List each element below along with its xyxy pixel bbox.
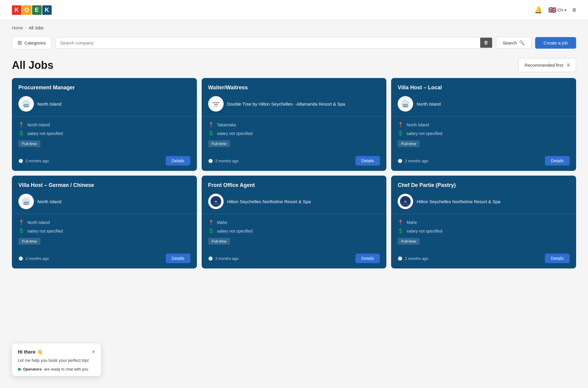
job-title: Chef De Partie (Pastry) — [398, 182, 570, 188]
location-icon: 📍 — [208, 122, 214, 128]
job-location: 📍 North Island — [398, 122, 570, 128]
details-button[interactable]: Details — [355, 156, 380, 166]
categories-label: Categories — [24, 40, 46, 45]
logo-k: K — [12, 5, 21, 15]
clear-search-button[interactable]: 🗑 — [480, 38, 492, 48]
job-title: Waiter/Waitress — [208, 85, 380, 91]
logo-e: E — [32, 5, 42, 15]
company-logo: H HILTON — [398, 194, 413, 209]
details-button[interactable]: Details — [166, 254, 190, 263]
job-location: 📍 Mahe — [208, 220, 380, 225]
header-right: 🔔 🇬🇧 EN ▾ ≡ — [534, 6, 576, 14]
hamburger-menu-icon[interactable]: ≡ — [572, 6, 576, 14]
svg-text:H: H — [404, 200, 407, 203]
job-title: Villa Host – German / Chinese — [18, 182, 190, 188]
salary-text: salary not specified — [217, 131, 253, 136]
job-title: Procurement Manager — [18, 85, 190, 91]
job-card-header: Procurement Manager north island North I… — [12, 78, 197, 117]
location-text: North Island — [27, 220, 50, 225]
page-title: All Jobs — [12, 59, 53, 71]
job-card: Villa Host – Local north island North Is… — [391, 78, 576, 171]
job-card-body: 📍 Mahe 💲 salary not specified Full-time — [391, 214, 576, 250]
job-company: DOUBLE TREE by Hilton Double Tree by Hil… — [208, 96, 380, 112]
job-card-header: Chef De Partie (Pastry) H HILTON Hilton … — [391, 176, 576, 214]
company-name: Double Tree by Hilton Seychelles - Allam… — [227, 101, 345, 106]
clock-icon: 🕐 — [398, 159, 402, 163]
location-icon: 📍 — [18, 122, 24, 128]
job-time: 🕐 2 months ago — [398, 159, 428, 163]
job-salary: 💲 salary not specified — [18, 228, 190, 234]
logo: K O E K — [12, 5, 52, 15]
search-company-input[interactable] — [56, 37, 480, 48]
job-card-body: 📍 North Island 💲 salary not specified Fu… — [391, 117, 576, 152]
logo-o: O — [22, 5, 31, 15]
job-tag: Full-time — [398, 237, 570, 245]
company-logo: north island — [18, 96, 34, 112]
job-location: 📍 North Island — [18, 122, 190, 128]
company-logo: H HILTON — [208, 194, 224, 209]
job-salary: 💲 salary not specified — [208, 228, 380, 234]
jobs-grid: Procurement Manager north island North I… — [0, 78, 588, 280]
job-card-header: Villa Host – Local north island North Is… — [391, 78, 576, 117]
job-tag: Full-time — [18, 237, 190, 245]
language-selector[interactable]: 🇬🇧 EN ▾ — [548, 6, 566, 14]
location-icon: 📍 — [398, 220, 404, 225]
job-time: 🕐 2 months ago — [18, 159, 49, 163]
details-button[interactable]: Details — [166, 156, 190, 166]
job-card-header: Villa Host – German / Chinese north isla… — [12, 176, 197, 214]
job-time: 🕐 2 months ago — [208, 256, 239, 261]
details-button[interactable]: Details — [545, 156, 570, 166]
clock-icon: 🕐 — [18, 159, 23, 163]
breadcrumb: Home › All Jobs — [0, 20, 588, 33]
svg-text:HILTON: HILTON — [402, 204, 409, 205]
job-time: 🕐 2 months ago — [208, 159, 239, 163]
job-salary: 💲 salary not specified — [18, 131, 190, 136]
create-job-button[interactable]: Create a job — [535, 37, 576, 49]
location-text: Mahe — [407, 220, 417, 225]
job-footer: 🕐 2 months ago Details — [12, 152, 197, 171]
salary-icon: 💲 — [398, 228, 404, 234]
details-button[interactable]: Details — [355, 254, 380, 263]
time-text: 2 months ago — [26, 256, 49, 261]
job-tag: Full-time — [208, 237, 380, 245]
location-icon: 📍 — [18, 220, 24, 225]
job-card-header: Waiter/Waitress DOUBLE TREE by Hilton Do… — [202, 78, 387, 117]
job-card: Waiter/Waitress DOUBLE TREE by Hilton Do… — [202, 78, 387, 171]
job-card-body: 📍 Mahe 💲 salary not specified Full-time — [202, 214, 387, 250]
breadcrumb-home[interactable]: Home — [12, 26, 23, 30]
svg-text:island: island — [23, 105, 29, 107]
details-button[interactable]: Details — [545, 254, 570, 263]
page-title-row: All Jobs Recommended first ≡ — [0, 55, 588, 78]
job-footer: 🕐 2 months ago Details — [12, 250, 197, 268]
salary-text: salary not specified — [217, 229, 253, 233]
svg-text:HILTON: HILTON — [213, 204, 219, 205]
job-company: H HILTON Hilton Seychelles Northolme Res… — [208, 194, 380, 209]
job-company: north island North Island — [398, 96, 570, 112]
company-name: North Island — [417, 101, 441, 106]
company-name: North Island — [37, 199, 61, 204]
svg-text:DOUBLE: DOUBLE — [212, 102, 219, 104]
sort-button[interactable]: Recommended first ≡ — [518, 58, 576, 72]
salary-text: salary not specified — [27, 229, 63, 233]
time-text: 2 months ago — [215, 159, 239, 163]
flag-icon: 🇬🇧 — [548, 6, 556, 14]
time-text: 2 months ago — [215, 256, 239, 261]
categories-button[interactable]: ⊞ Categories — [12, 36, 52, 49]
job-salary: 💲 salary not specified — [398, 131, 570, 136]
salary-text: salary not specified — [27, 131, 63, 136]
job-footer: 🕐 2 months ago Details — [202, 250, 387, 268]
logo-k2: K — [42, 5, 52, 15]
language-label: EN — [557, 8, 563, 12]
time-text: 2 months ago — [26, 159, 49, 163]
breadcrumb-separator: › — [25, 26, 26, 30]
location-icon: 📍 — [398, 122, 404, 128]
svg-text:TREE: TREE — [214, 104, 218, 106]
job-card-header: Front Office Agent H HILTON Hilton Seych… — [202, 176, 387, 214]
job-footer: 🕐 2 months ago Details — [391, 250, 576, 268]
search-button[interactable]: Search 🔍 — [496, 37, 532, 49]
company-logo: north island — [398, 96, 413, 112]
salary-icon: 💲 — [18, 131, 24, 136]
bell-icon[interactable]: 🔔 — [534, 6, 542, 14]
job-salary: 💲 salary not specified — [398, 228, 570, 234]
clock-icon: 🕐 — [208, 256, 213, 261]
